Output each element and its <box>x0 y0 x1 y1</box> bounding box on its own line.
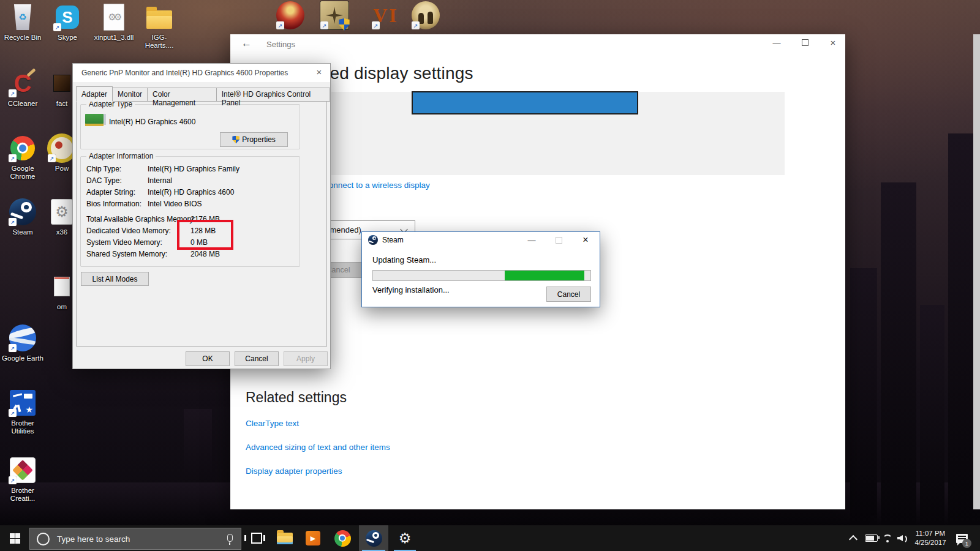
memory-value: 2048 MB <box>190 250 220 258</box>
shortcut-arrow-icon: ↗ <box>412 21 420 29</box>
desktop-icon-label: Skype <box>58 34 77 42</box>
tab-monitor[interactable]: Monitor <box>113 88 148 102</box>
dll-file-icon: ⚙⚙ <box>104 4 124 31</box>
desktop-icon-label: Brother Utilities <box>1 419 44 435</box>
desktop-icon-brother-utilities[interactable]: ★ ↗ Brother Utilities <box>1 388 44 435</box>
display-adapter-properties-link[interactable]: Display adapter properties <box>246 467 342 476</box>
desktop-icon-label: IGG-Hearts.... <box>138 34 181 50</box>
minimize-button[interactable]: — <box>766 34 788 50</box>
steam-progress-fill <box>505 271 585 280</box>
shortcut-arrow-icon: ↗ <box>9 218 17 226</box>
shortcut-arrow-icon: ↗ <box>9 476 17 484</box>
movies-tv-icon: ▶ <box>306 531 320 545</box>
volume-icon <box>897 533 910 543</box>
properties-button[interactable]: Properties <box>220 132 288 147</box>
desktop-icon-recycle-bin[interactable]: ♻ Recycle Bin <box>1 2 44 42</box>
tray-clock[interactable]: 11:07 PM 4/25/2017 <box>911 525 949 551</box>
adapter-name: Intel(R) HD Graphics 4600 <box>109 118 195 126</box>
ok-button[interactable]: OK <box>186 351 230 366</box>
list-all-modes-label: List All Modes <box>92 275 137 283</box>
shortcut-arrow-icon: ↗ <box>320 21 328 29</box>
tray-wifi[interactable] <box>880 525 895 551</box>
taskbar-movies-tv[interactable]: ▶ <box>300 525 326 551</box>
advanced-sizing-link[interactable]: Advanced sizing of text and other items <box>246 443 390 452</box>
desktop-icon-label: CCleaner <box>8 100 38 108</box>
steam-cancel-button[interactable]: Cancel <box>546 287 591 302</box>
info-value: Intel(R) HD Graphics 4600 <box>148 188 234 197</box>
start-button[interactable] <box>0 525 29 551</box>
action-center-button[interactable]: 1 <box>951 525 973 551</box>
chrome-icon <box>334 530 351 547</box>
desktop-icon-google-chrome[interactable]: ↗ Google Chrome <box>1 133 44 181</box>
search-input[interactable]: Type here to search <box>29 528 241 550</box>
shortcut-arrow-icon: ↗ <box>9 409 17 417</box>
tray-expand-button[interactable] <box>845 525 861 551</box>
building-silhouette <box>881 182 916 525</box>
close-button[interactable]: × <box>308 64 330 80</box>
taskbar-chrome[interactable] <box>328 525 356 551</box>
close-button[interactable]: × <box>822 34 844 50</box>
tab-color-management[interactable]: Color Management <box>148 88 217 102</box>
update-progress-bar <box>372 270 591 281</box>
dialog-title: Generic PnP Monitor and Intel(R) HD Grap… <box>81 69 288 77</box>
minimize-button[interactable]: — <box>521 232 543 248</box>
info-label: DAC Type: <box>86 176 122 185</box>
desktop-icon-game-emblem[interactable]: ↗ <box>269 1 312 30</box>
cleartype-link[interactable]: ClearType text <box>246 419 299 428</box>
info-value: Intel(R) HD Graphics Family <box>148 165 239 173</box>
taskbar-file-explorer[interactable] <box>272 525 298 551</box>
taskbar-settings[interactable]: ⚙ <box>391 525 419 551</box>
desktop-icon-xinput-dll[interactable]: ⚙⚙ xinput1_3.dll <box>92 2 135 42</box>
close-button[interactable]: × <box>575 232 597 248</box>
desktop-icon-skype[interactable]: S ↗ Skype <box>46 2 89 42</box>
uac-shield-icon <box>232 136 239 144</box>
desktop-icon-brother-creative[interactable]: ↗ Brother Creati... <box>1 455 44 503</box>
shortcut-arrow-icon: ↗ <box>48 154 56 162</box>
desktop-icon-igg-hearts[interactable]: IGG-Hearts.... <box>138 2 181 50</box>
tab-adapter[interactable]: Adapter <box>76 86 113 102</box>
properties-button-label: Properties <box>242 135 276 144</box>
settings-titlebar[interactable] <box>230 34 845 54</box>
connect-wireless-display-link[interactable]: Connect to a wireless display <box>323 181 430 190</box>
shortcut-arrow-icon: ↗ <box>372 21 380 29</box>
cortana-icon <box>37 533 50 545</box>
gear-app-icon: ⚙ <box>51 199 73 225</box>
gear-icon: ⚙ <box>399 530 412 547</box>
info-value: Internal <box>148 176 172 185</box>
desktop-icon-label: Recycle Bin <box>4 34 42 42</box>
tab-intel-control-panel[interactable]: Intel® HD Graphics Control Panel <box>217 88 330 102</box>
verifying-status-text: Verifying installation... <box>372 285 450 294</box>
shortcut-arrow-icon: ↗ <box>9 344 17 352</box>
cancel-button[interactable]: Cancel <box>235 351 279 366</box>
maximize-button[interactable] <box>548 232 570 248</box>
info-value: Intel Video BIOS <box>148 200 202 208</box>
desktop-icon-label: om <box>57 303 67 311</box>
desktop-icon-ccleaner[interactable]: C ↗ CCleaner <box>1 69 44 108</box>
apply-button[interactable]: Apply <box>284 351 328 366</box>
desktop-icon-game-dont-starve[interactable]: ↗ <box>404 1 447 30</box>
back-arrow-icon[interactable]: ← <box>241 37 252 50</box>
steam-icon <box>366 530 382 547</box>
steam-cancel-label: Cancel <box>557 290 580 299</box>
steam-update-dialog: Steam — × Updating Steam... Verifying in… <box>361 231 600 307</box>
clock-time: 11:07 PM <box>914 529 946 538</box>
desktop-icon-game-vi[interactable]: VI ↗ <box>364 1 407 30</box>
taskbar-steam[interactable] <box>359 525 388 551</box>
list-all-modes-button[interactable]: List All Modes <box>81 272 149 286</box>
desktop-icon-steam[interactable]: ↗ Steam <box>1 197 44 236</box>
search-placeholder: Type here to search <box>57 534 130 544</box>
monitor-preview-rect[interactable] <box>412 91 638 114</box>
shortcut-arrow-icon: ↗ <box>53 23 61 31</box>
maximize-button[interactable] <box>794 34 816 50</box>
notification-badge: 1 <box>962 539 971 548</box>
task-view-icon <box>251 533 262 544</box>
cancel-label: Cancel <box>245 354 268 363</box>
wifi-icon <box>881 533 894 543</box>
task-view-button[interactable] <box>244 525 270 551</box>
desktop-icon-google-earth[interactable]: ↗ Google Earth <box>1 323 44 362</box>
microphone-icon[interactable] <box>227 534 233 542</box>
settings-title: Settings <box>266 40 295 49</box>
tray-battery[interactable] <box>862 525 880 551</box>
desktop-icon-game-compass[interactable]: ↗ <box>313 1 356 30</box>
tray-volume[interactable] <box>895 525 911 551</box>
